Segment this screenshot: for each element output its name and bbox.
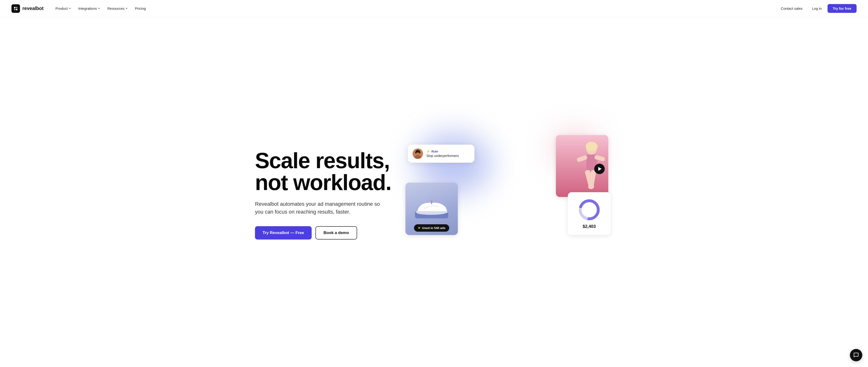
svg-point-21	[429, 199, 430, 200]
nav-product[interactable]: Product ▾	[52, 4, 74, 12]
chart-card: $2,403	[568, 192, 611, 235]
hero-cta: Try Revealbot — Free Book a demo	[255, 226, 391, 239]
nav-right: Contact sales Log in Try for free	[777, 4, 857, 13]
nav-integrations[interactable]: Integrations ▾	[75, 4, 103, 12]
logo[interactable]: revealbot	[11, 4, 43, 13]
play-icon	[598, 167, 601, 171]
play-button[interactable]	[594, 164, 605, 174]
logo-icon	[11, 4, 20, 13]
rule-card: ⚡ Rule Stop underperformers	[408, 145, 474, 163]
donut-chart	[577, 198, 601, 222]
svg-point-20	[431, 200, 433, 201]
sneaker-card: ★ Used in 540 ads	[405, 183, 458, 235]
svg-rect-0	[14, 7, 16, 8]
svg-rect-3	[16, 9, 18, 10]
cta-secondary-button[interactable]: Book a demo	[315, 226, 357, 239]
chevron-down-icon: ▾	[126, 7, 127, 10]
svg-point-22	[433, 199, 435, 200]
svg-point-18	[586, 142, 597, 151]
try-free-button[interactable]: Try for free	[828, 4, 857, 13]
contact-sales-link[interactable]: Contact sales	[777, 4, 806, 12]
hero-section: Scale results, not workload. Revealbot a…	[244, 17, 624, 367]
svg-rect-2	[14, 9, 16, 10]
navbar: revealbot Product ▾ Integrations ▾ Resou…	[0, 0, 868, 17]
rule-info: ⚡ Rule Stop underperformers	[426, 149, 459, 158]
svg-point-9	[415, 151, 416, 154]
svg-rect-23	[431, 201, 432, 204]
hero-headline: Scale results, not workload.	[255, 149, 391, 193]
chat-bubble[interactable]	[850, 349, 862, 361]
hero-subtext: Revealbot automates your ad management r…	[255, 200, 388, 216]
nav-left: revealbot Product ▾ Integrations ▾ Resou…	[11, 4, 149, 13]
rule-badge: ⚡ Rule	[426, 149, 459, 153]
rule-description: Stop underperformers	[426, 154, 459, 158]
nav-links: Product ▾ Integrations ▾ Resources ▾ Pri…	[52, 4, 149, 12]
cta-primary-button[interactable]: Try Revealbot — Free	[255, 226, 312, 239]
hero-left: Scale results, not workload. Revealbot a…	[255, 149, 391, 239]
brand-name: revealbot	[22, 6, 43, 11]
login-button[interactable]: Log in	[808, 4, 826, 12]
sneaker-image: ★ Used in 540 ads	[405, 183, 458, 235]
hero-right: ⚡ Rule Stop underperformers	[401, 126, 613, 264]
nav-resources[interactable]: Resources ▾	[104, 4, 131, 12]
star-icon: ★	[418, 226, 421, 230]
svg-point-10	[419, 151, 421, 154]
used-in-ads-badge: ★ Used in 540 ads	[414, 224, 449, 232]
chevron-down-icon: ▾	[98, 7, 100, 10]
nav-pricing[interactable]: Pricing	[132, 4, 149, 12]
chevron-down-icon: ▾	[69, 7, 71, 10]
avatar	[412, 148, 423, 159]
chart-amount: $2,403	[583, 224, 596, 229]
svg-rect-1	[16, 7, 18, 8]
